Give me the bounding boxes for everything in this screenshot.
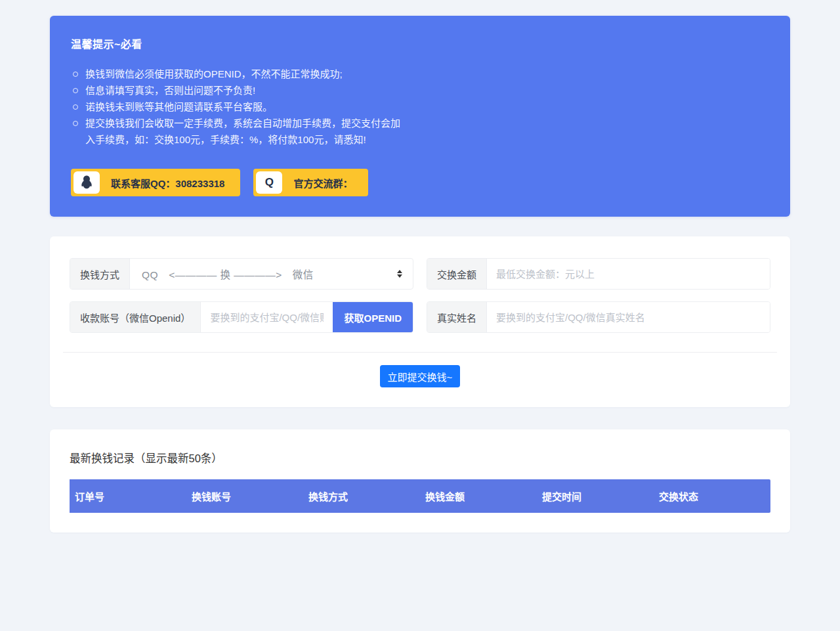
method-selected-value: QQ <———— 换 ————> 微信	[142, 267, 397, 281]
realname-input[interactable]	[487, 302, 770, 332]
account-input[interactable]	[201, 302, 333, 332]
notice-bullet: 换钱到微信必须使用获取的OPENID，不然不能正常换成功;	[71, 66, 407, 82]
exchange-form-card: 换钱方式 QQ <———— 换 ————> 微信 交换金额 收款账号（微信Ope…	[50, 236, 790, 407]
get-openid-button[interactable]: 获取OPENID	[333, 302, 413, 332]
select-arrows-icon	[397, 270, 402, 278]
official-group-label: 官方交流群：	[293, 176, 352, 190]
method-field-group: 换钱方式 QQ <———— 换 ————> 微信	[70, 258, 413, 290]
contact-qq-button[interactable]: 联系客服QQ：308233318	[71, 169, 240, 196]
q-letter-icon: Q	[256, 171, 282, 194]
amount-field-group: 交换金额	[427, 258, 770, 290]
amount-label: 交换金额	[427, 259, 487, 289]
records-card: 最新换钱记录（显示最新50条） 订单号换钱账号换钱方式换钱金额提交时间交换状态	[50, 429, 790, 533]
submit-exchange-button[interactable]: 立即提交换钱~	[380, 365, 461, 387]
form-grid: 换钱方式 QQ <———— 换 ————> 微信 交换金额 收款账号（微信Ope…	[70, 258, 770, 333]
method-select[interactable]: QQ <———— 换 ————> 微信	[130, 259, 413, 289]
notice-bullet-list: 换钱到微信必须使用获取的OPENID，不然不能正常换成功;信息请填写真实，否则出…	[71, 66, 407, 148]
records-column-header: 换钱金额	[420, 479, 537, 513]
official-group-button[interactable]: Q 官方交流群：	[253, 169, 368, 196]
records-header-row: 订单号换钱账号换钱方式换钱金额提交时间交换状态	[70, 479, 770, 513]
realname-field-group: 真实姓名	[427, 301, 770, 333]
records-column-header: 交换状态	[654, 479, 770, 513]
records-table: 订单号换钱账号换钱方式换钱金额提交时间交换状态	[70, 479, 770, 513]
realname-label: 真实姓名	[427, 302, 487, 332]
notice-buttons-row: 联系客服QQ：308233318 Q 官方交流群：	[71, 169, 769, 196]
notice-bullet: 诺换钱未到账等其他问题请联系平台客服。	[71, 98, 407, 115]
records-column-header: 订单号	[70, 479, 186, 513]
records-column-header: 换钱账号	[186, 479, 303, 513]
account-field-group: 收款账号（微信Openid） 获取OPENID	[70, 301, 413, 333]
records-column-header: 提交时间	[537, 479, 654, 513]
form-divider	[63, 352, 777, 353]
amount-input[interactable]	[487, 259, 770, 289]
method-label: 换钱方式	[70, 259, 130, 289]
records-column-header: 换钱方式	[303, 479, 420, 513]
account-label: 收款账号（微信Openid）	[70, 302, 201, 332]
notice-bullet: 提交换钱我们会收取一定手续费，系统会自动增加手续费，提交支付会加入手续费，如：交…	[71, 115, 407, 148]
notice-card: 温馨提示~必看 换钱到微信必须使用获取的OPENID，不然不能正常换成功;信息请…	[50, 16, 790, 217]
notice-title: 温馨提示~必看	[71, 35, 769, 51]
contact-qq-label: 联系客服QQ：308233318	[111, 176, 224, 190]
records-title: 最新换钱记录（显示最新50条）	[70, 450, 770, 466]
notice-bullet: 信息请填写真实，否则出问题不予负责!	[71, 82, 407, 98]
page-container: 温馨提示~必看 换钱到微信必须使用获取的OPENID，不然不能正常换成功;信息请…	[50, 0, 790, 533]
submit-row: 立即提交换钱~	[70, 365, 770, 387]
qq-penguin-icon	[74, 171, 100, 194]
